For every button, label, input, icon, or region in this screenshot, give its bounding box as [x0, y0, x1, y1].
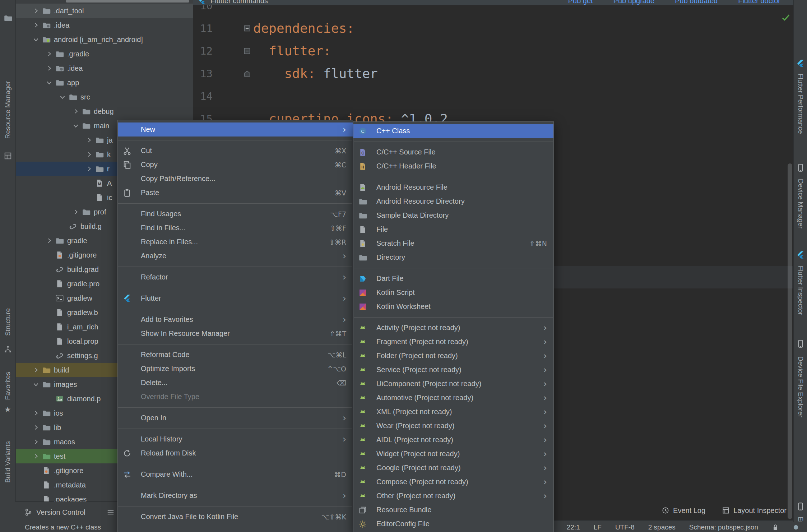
menu-item-c-c-header-file[interactable]: HC/C++ Header File — [353, 159, 553, 173]
menu-item-analyze[interactable]: Analyze› — [118, 249, 353, 263]
tree-item-dart-tool[interactable]: .dart_tool — [15, 4, 193, 18]
chevron-right-icon[interactable] — [70, 205, 82, 219]
tool-stripe-favorites[interactable]: Favorites — [4, 372, 12, 400]
menu-item-reload-from-disk[interactable]: Reload from Disk — [118, 446, 353, 460]
menu-item-service-project-not-ready[interactable]: Service (Project not ready)› — [353, 363, 553, 377]
editor-scrollbar-thumb[interactable] — [788, 163, 792, 519]
chevron-down-icon[interactable] — [56, 90, 69, 104]
menu-item-folder-project-not-ready[interactable]: Folder (Project not ready)› — [353, 349, 553, 363]
indicator-icon[interactable] — [793, 524, 799, 531]
menu-item-reformat-code[interactable]: Reformat Code⌥⌘L — [118, 348, 353, 362]
tree-item-android-i-am-rich-android[interactable]: android [i_am_rich_android] — [15, 32, 193, 47]
chevron-right-icon[interactable] — [30, 449, 42, 463]
tree-item-src[interactable]: src — [15, 90, 193, 104]
flutter-icon[interactable] — [796, 251, 805, 259]
horizontal-scrollbar-thumb[interactable] — [66, 0, 189, 3]
menu-item-xml-project-not-ready[interactable]: XML (Project not ready)› — [353, 405, 553, 419]
chevron-right-icon[interactable] — [30, 18, 42, 32]
menu-item-aidl-project-not-ready[interactable]: AIDL (Project not ready)› — [353, 433, 553, 447]
status-item-22-1[interactable]: 22:1 — [567, 523, 580, 531]
menu-item-convert-java-file-to-kotlin-file[interactable]: Convert Java File to Kotlin File⌥⇧⌘K — [118, 510, 353, 524]
menu-item-file[interactable]: File — [353, 222, 553, 236]
hamburger-menu-icon[interactable] — [106, 508, 115, 517]
chevron-right-icon[interactable] — [43, 233, 55, 248]
chevron-down-icon[interactable] — [43, 75, 55, 90]
menu-item-editorconfig-file[interactable]: EditorConfig File — [353, 517, 553, 531]
menu-item-directory[interactable]: Directory — [353, 250, 553, 264]
chevron-right-icon[interactable] — [43, 47, 55, 61]
menu-item-refactor[interactable]: Refactor› — [118, 270, 353, 284]
menu-item-other-project-not-ready[interactable]: Other (Project not ready)› — [353, 489, 553, 503]
menu-item-compose-project-not-ready[interactable]: Compose (Project not ready)› — [353, 475, 553, 489]
status-item-lf[interactable]: LF — [594, 523, 602, 531]
device-icon[interactable] — [796, 502, 805, 511]
menu-item-cut[interactable]: Cut⌘X — [118, 144, 353, 158]
layout-inspector-button[interactable]: Layout Inspector — [722, 506, 787, 515]
tree-item-idea[interactable]: .idea — [15, 18, 193, 32]
folder-icon[interactable] — [4, 14, 12, 22]
structure-icon[interactable] — [4, 345, 12, 353]
menu-item-delete[interactable]: Delete...⌫ — [118, 376, 353, 390]
banner-link-pub-outdated[interactable]: Pub outdated — [675, 0, 718, 5]
menu-item-kotlin-worksheet[interactable]: Kotlin Worksheet — [353, 300, 553, 314]
menu-item-resource-bundle[interactable]: Resource Bundle — [353, 503, 553, 517]
chevron-right-icon[interactable] — [30, 420, 42, 435]
menu-item-new[interactable]: New› — [118, 122, 353, 137]
menu-item-paste[interactable]: Paste⌘V — [118, 186, 353, 200]
menu-item-open-in[interactable]: Open In› — [118, 411, 353, 425]
menu-item-activity-project-not-ready[interactable]: Activity (Project not ready)› — [353, 321, 553, 335]
chevron-right-icon[interactable] — [83, 162, 95, 176]
menu-item-wear-project-not-ready[interactable]: Wear (Project not ready)› — [353, 419, 553, 433]
status-item-2-spaces[interactable]: 2 spaces — [648, 523, 676, 531]
tool-stripe-flutter-performance[interactable]: Flutter Performance — [797, 74, 804, 134]
chevron-down-icon[interactable] — [30, 32, 42, 47]
menu-item-local-history[interactable]: Local History› — [118, 432, 353, 446]
menu-item-dart-file[interactable]: Dart File — [353, 272, 553, 286]
menu-item-c-c-source-file[interactable]: CC/C++ Source File — [353, 145, 553, 159]
device-icon[interactable] — [796, 339, 805, 348]
menu-item-kotlin-script[interactable]: Kotlin Script — [353, 286, 553, 300]
chevron-down-icon[interactable] — [30, 377, 42, 392]
tool-stripe-device-manager[interactable]: Device Manager — [797, 179, 804, 228]
tool-stripe-structure[interactable]: Structure — [4, 308, 12, 336]
menu-item-android-resource-file[interactable]: Android Resource File — [353, 180, 553, 194]
menu-item-add-to-favorites[interactable]: Add to Favorites› — [118, 313, 353, 327]
lock-icon[interactable] — [772, 524, 779, 531]
menu-item-copy[interactable]: Copy⌘C — [118, 158, 353, 172]
chevron-right-icon[interactable] — [83, 133, 95, 147]
chevron-right-icon[interactable] — [30, 406, 42, 420]
fold-marker[interactable] — [213, 40, 253, 62]
menu-item-find-usages[interactable]: Find Usages⌥F7 — [118, 207, 353, 221]
banner-link-flutter-doctor[interactable]: Flutter doctor — [738, 0, 780, 5]
fold-marker[interactable] — [213, 17, 253, 40]
menu-item-optimize-imports[interactable]: Optimize Imports^⌥O — [118, 362, 353, 376]
menu-item-replace-in-files[interactable]: Replace in Files...⇧⌘R — [118, 235, 353, 249]
chevron-down-icon[interactable] — [70, 119, 82, 133]
tool-stripe-resource-manager[interactable]: Resource Manager — [4, 81, 12, 139]
menu-item-google-project-not-ready[interactable]: Google (Project not ready)› — [353, 461, 553, 475]
fold-marker[interactable] — [213, 62, 253, 85]
menu-item-fragment-project-not-ready[interactable]: Fragment (Project not ready)› — [353, 335, 553, 349]
banner-link-pub-upgrade[interactable]: Pub upgrade — [613, 0, 655, 5]
menu-item-show-in-resource-manager[interactable]: Show In Resource Manager⇧⌘T — [118, 327, 353, 341]
tool-stripe-device-file-explorer[interactable]: Device File Explorer — [797, 356, 804, 417]
chevron-right-icon[interactable] — [30, 363, 42, 377]
tool-stripe-flutter-inspector[interactable]: Flutter Inspector — [797, 266, 804, 315]
chevron-right-icon[interactable] — [43, 61, 55, 75]
status-item-utf-8[interactable]: UTF-8 — [615, 523, 635, 531]
banner-link-pub-get[interactable]: Pub get — [568, 0, 593, 5]
tree-item-gradle[interactable]: .gradle — [15, 47, 193, 61]
tool-stripe-build-variants[interactable]: Build Variants — [4, 441, 12, 483]
tree-item-app[interactable]: app — [15, 75, 193, 90]
menu-item-automotive-project-not-ready[interactable]: Automotive (Project not ready)› — [353, 391, 553, 405]
chevron-right-icon[interactable] — [83, 147, 95, 162]
flutter-icon[interactable] — [796, 59, 805, 68]
status-item-schema-pubspec-json[interactable]: Schema: pubspec.json — [689, 523, 758, 531]
menu-item-compare-with[interactable]: Compare With...⌘D — [118, 467, 353, 481]
menu-item-find-in-files[interactable]: Find in Files...⇧⌘F — [118, 221, 353, 235]
menu-item-flutter[interactable]: Flutter› — [118, 291, 353, 305]
menu-item-widget-project-not-ready[interactable]: Widget (Project not ready)› — [353, 447, 553, 461]
chevron-right-icon[interactable] — [30, 4, 42, 18]
menu-item-scratch-file[interactable]: Scratch File⇧⌘N — [353, 236, 553, 250]
inspections-ok-icon[interactable] — [781, 13, 790, 22]
